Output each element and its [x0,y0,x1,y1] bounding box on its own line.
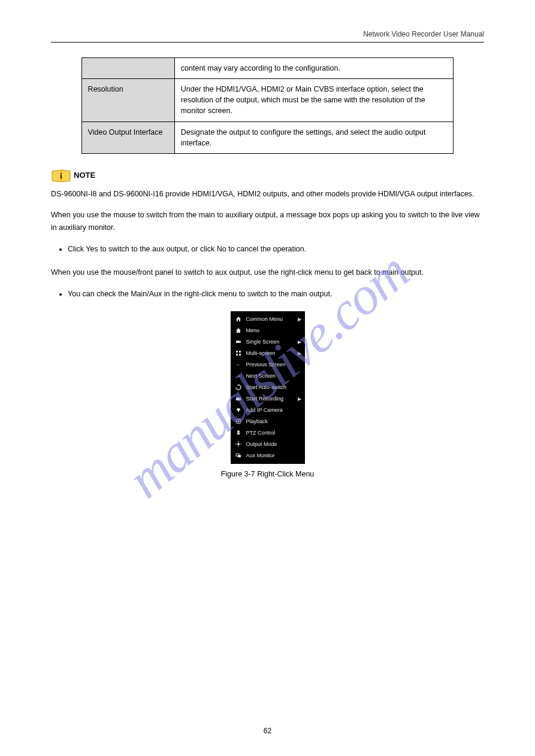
menu-label: Common Menu [246,316,294,322]
menu-item-add-ip-camera[interactable]: Add IP Camera [231,405,305,416]
svg-point-11 [237,430,240,433]
camera-icon [235,339,242,345]
list-item: Click Yes to switch to the aux output, o… [68,243,484,256]
page-container: Network Video Recorder User Manual conte… [0,0,535,478]
table-value: Designate the output to configure the se… [174,122,454,153]
aux-monitor-icon [235,453,242,459]
note-label: NOTE [74,171,95,180]
menu-item-aux-monitor[interactable]: Aux Monitor [231,450,305,462]
menu-label: Multi-screen [246,350,294,356]
arrow-right-icon: → [235,373,242,379]
arrow-left-icon: ← [235,362,242,368]
table-row: Video Output Interface Designate the out… [81,122,454,153]
menu-item-start-recording[interactable]: Start Recording ▶ [231,393,305,405]
figure-caption: Figure 3-7 Right-Click Menu [51,470,484,478]
home-icon [235,327,242,334]
chevron-right-icon: ▶ [298,317,301,322]
menu-item-playback[interactable]: Playback [231,416,305,427]
svg-rect-3 [236,351,238,353]
note-icon: i [51,169,71,182]
menu-label: Add IP Camera [246,407,301,413]
table-value: content may vary according to the config… [174,58,454,79]
chevron-right-icon: ▶ [298,351,301,356]
ptz-icon [235,430,242,436]
menu-item-output-mode[interactable]: Output Mode [231,439,305,450]
note-callout: i NOTE [51,169,484,182]
record-icon [235,396,242,402]
list-item: You can check the Main/Aux in the right-… [68,288,484,300]
svg-rect-7 [236,397,240,400]
menu-item-multi-screen[interactable]: Multi-screen ▶ [231,348,305,359]
grid-icon [235,350,242,357]
menu-label: Next Screen [246,373,301,379]
table-label: Resolution [81,79,174,122]
menu-item-next-screen[interactable]: → Next Screen [231,371,305,382]
page-header: Network Video Recorder User Manual [51,30,484,42]
menu-label: Playback [246,418,301,424]
menu-label: PTZ Control [246,430,301,436]
table-value: Under the HDMI1/VGA, HDMI2 or Main CVBS … [174,79,454,122]
paragraph: DS-9600NI-I8 and DS-9600NI-I16 provide H… [51,188,484,201]
svg-rect-4 [239,351,241,353]
ipcam-icon [235,407,242,414]
page-number: 62 [0,727,535,735]
cycle-icon [235,384,242,391]
table-label [81,58,174,79]
chevron-right-icon: ▶ [298,396,301,402]
menu-label: Start Recording [246,396,294,402]
paragraph: When you use the mouse to switch from th… [51,209,484,233]
header-title: Network Video Recorder User Manual [363,30,484,38]
menu-label: Single Screen [246,339,294,345]
table-row: Resolution Under the HDMI1/VGA, HDMI2 or… [81,79,454,122]
menu-item-menu[interactable]: Menu [231,325,305,336]
menu-label: Previous Screen [246,362,301,368]
menu-label: Menu [246,327,301,333]
menu-item-ptz-control[interactable]: PTZ Control [231,427,305,439]
bullet-list: You can check the Main/Aux in the right-… [68,288,484,300]
menu-label: Start Auto-switch [246,384,301,390]
svg-rect-9 [238,410,239,412]
svg-rect-2 [238,320,239,321]
svg-rect-19 [238,455,241,457]
menu-item-previous-screen[interactable]: ← Previous Screen [231,359,305,371]
bullet-list: Click Yes to switch to the aux output, o… [68,243,484,256]
figure-container: Common Menu ▶ Menu Single Screen ▶ Multi… [51,311,484,478]
spec-table: content may vary according to the config… [81,57,454,154]
chevron-right-icon: ▶ [298,339,301,345]
menu-label: Output Mode [246,441,301,447]
menu-item-common[interactable]: Common Menu ▶ [231,314,305,325]
table-label: Video Output Interface [81,122,174,153]
svg-rect-5 [236,354,238,356]
home-roof-icon [235,316,242,323]
menu-label: Aux Monitor [246,453,301,459]
svg-rect-6 [239,354,241,356]
paragraph: When you use the mouse/front panel to sw… [51,266,484,279]
sun-icon [235,441,242,448]
svg-rect-12 [237,433,240,435]
svg-point-13 [237,443,240,445]
context-menu: Common Menu ▶ Menu Single Screen ▶ Multi… [231,311,305,464]
table-row: content may vary according to the config… [81,58,454,79]
menu-item-single-screen[interactable]: Single Screen ▶ [231,336,305,348]
play-icon [235,418,242,425]
menu-item-auto-switch[interactable]: Start Auto-switch [231,382,305,393]
